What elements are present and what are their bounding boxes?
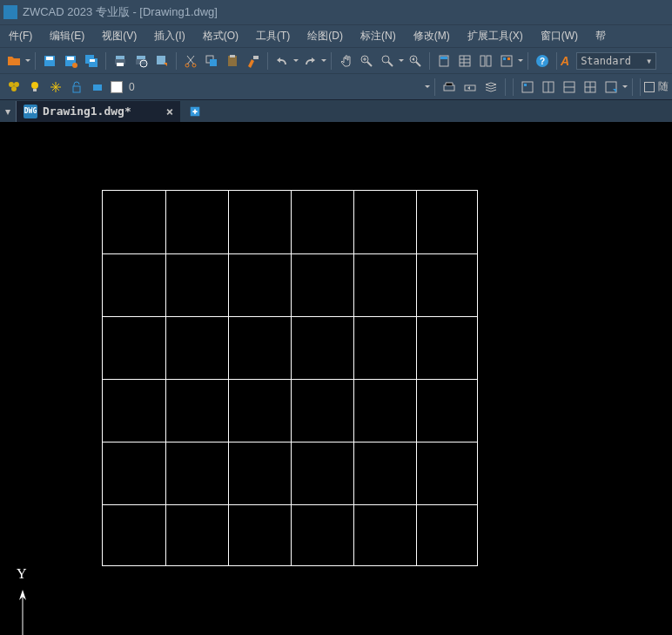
svg-rect-27 xyxy=(460,56,470,66)
menu-format[interactable]: 格式(O) xyxy=(194,25,247,47)
grid-line xyxy=(228,191,229,565)
undo-icon[interactable] xyxy=(272,51,292,71)
viewport-scale-dropdown[interactable] xyxy=(622,78,628,97)
menu-file[interactable]: 件(F) xyxy=(0,25,41,47)
svg-rect-42 xyxy=(444,85,454,91)
separator xyxy=(632,78,633,96)
separator xyxy=(267,52,268,70)
viewport-poly-icon[interactable] xyxy=(539,78,558,97)
print-icon[interactable] xyxy=(111,51,130,71)
menu-edit[interactable]: 编辑(E) xyxy=(41,25,93,47)
separator xyxy=(105,52,106,70)
text-style-dropdown[interactable]: Standard ▾ xyxy=(576,52,656,70)
svg-rect-39 xyxy=(33,89,37,91)
svg-rect-40 xyxy=(73,86,80,92)
open-dropdown[interactable] xyxy=(24,51,31,71)
grid-line xyxy=(165,191,166,565)
svg-point-36 xyxy=(14,82,19,87)
layer-state-icon[interactable] xyxy=(440,78,459,97)
layer-dropdown[interactable] xyxy=(424,78,431,97)
menu-insert[interactable]: 插入(I) xyxy=(145,25,193,47)
color-swatch[interactable] xyxy=(644,82,655,92)
pan-icon[interactable] xyxy=(336,51,355,71)
publish-icon[interactable] xyxy=(152,51,171,71)
layer-prev-icon[interactable] xyxy=(460,78,480,97)
tool-palette-icon[interactable] xyxy=(497,51,516,71)
svg-point-23 xyxy=(382,56,389,63)
tab-prev-icon[interactable]: ▾ xyxy=(0,100,16,123)
menu-window[interactable]: 窗口(W) xyxy=(532,25,587,47)
print-preview-icon[interactable] xyxy=(131,51,151,71)
layer-color-swatch[interactable] xyxy=(111,81,123,93)
svg-rect-11 xyxy=(137,56,145,59)
y-axis-label: Y xyxy=(17,566,27,582)
menu-dimension[interactable]: 标注(N) xyxy=(352,25,405,47)
menu-express[interactable]: 扩展工具(X) xyxy=(459,25,532,47)
open-icon[interactable] xyxy=(4,51,24,71)
design-center-icon[interactable] xyxy=(476,51,495,71)
menu-help[interactable]: 帮 xyxy=(587,25,615,47)
viewport-object-icon[interactable] xyxy=(560,78,579,97)
saveas-icon[interactable] xyxy=(61,51,80,71)
saveall-icon[interactable] xyxy=(82,51,101,71)
menu-modify[interactable]: 修改(M) xyxy=(405,25,459,47)
plot-icon[interactable] xyxy=(88,78,107,97)
redo-icon[interactable] xyxy=(300,51,319,71)
text-style-name: Standard xyxy=(581,55,631,67)
viewport-clip-icon[interactable] xyxy=(581,78,600,97)
new-tab-button[interactable] xyxy=(184,101,206,122)
svg-rect-1 xyxy=(46,57,53,60)
random-label: 随 xyxy=(658,79,669,94)
svg-rect-41 xyxy=(93,84,102,91)
calculator-icon[interactable] xyxy=(434,51,454,71)
freeze-icon[interactable] xyxy=(46,78,65,97)
help-icon[interactable]: ? xyxy=(533,51,552,71)
lock-icon[interactable] xyxy=(67,78,86,97)
close-tab-icon[interactable]: × xyxy=(166,105,173,118)
properties-icon[interactable] xyxy=(455,51,474,71)
window-title: ZWCAD 2023 专业版 - [Drawing1.dwg] xyxy=(23,4,218,20)
match-prop-icon[interactable] xyxy=(244,51,263,71)
menu-tools[interactable]: 工具(T) xyxy=(247,25,299,47)
zoom-realtime-icon[interactable] xyxy=(357,51,376,71)
zoom-dropdown[interactable] xyxy=(398,51,405,71)
save-icon[interactable] xyxy=(40,51,59,71)
grid-line xyxy=(103,442,477,442)
menu-view[interactable]: 视图(V) xyxy=(93,25,145,47)
layer-manager-icon[interactable] xyxy=(481,78,501,97)
viewport-single-icon[interactable] xyxy=(518,78,537,97)
separator xyxy=(176,52,177,70)
svg-rect-31 xyxy=(503,57,506,60)
redo-dropdown[interactable] xyxy=(320,51,327,71)
text-style-icon: A xyxy=(561,54,569,68)
tab-filename: Drawing1.dwg* xyxy=(43,105,131,118)
separator xyxy=(528,52,528,70)
svg-rect-8 xyxy=(116,56,124,59)
paste-icon[interactable] xyxy=(223,51,242,71)
grid-line xyxy=(416,191,417,565)
document-tab[interactable]: DWG Drawing1.dwg* × xyxy=(16,101,180,122)
zoom-previous-icon[interactable] xyxy=(406,51,425,71)
separator xyxy=(513,78,514,96)
svg-rect-44 xyxy=(522,82,533,92)
separator xyxy=(331,52,332,70)
layer-filter-icon[interactable] xyxy=(4,78,24,97)
bulb-icon[interactable] xyxy=(25,78,44,97)
drawing-canvas[interactable]: Y xyxy=(0,122,672,635)
cut-icon[interactable] xyxy=(181,51,200,71)
undo-dropdown[interactable] xyxy=(292,51,299,71)
grid-line xyxy=(103,504,477,505)
dwg-icon: DWG xyxy=(24,105,37,118)
palette-dropdown[interactable] xyxy=(517,51,524,71)
svg-rect-28 xyxy=(480,56,485,66)
separator xyxy=(429,52,430,70)
grid-line xyxy=(353,191,354,565)
svg-rect-7 xyxy=(90,59,95,62)
viewport-scale-icon[interactable] xyxy=(601,78,621,97)
separator xyxy=(35,52,36,70)
svg-rect-3 xyxy=(67,57,74,60)
copy-icon[interactable] xyxy=(202,51,221,71)
toolbar-main: ? A Standard ▾ xyxy=(0,47,672,73)
menu-draw[interactable]: 绘图(D) xyxy=(299,25,352,47)
zoom-window-icon[interactable] xyxy=(378,51,397,71)
